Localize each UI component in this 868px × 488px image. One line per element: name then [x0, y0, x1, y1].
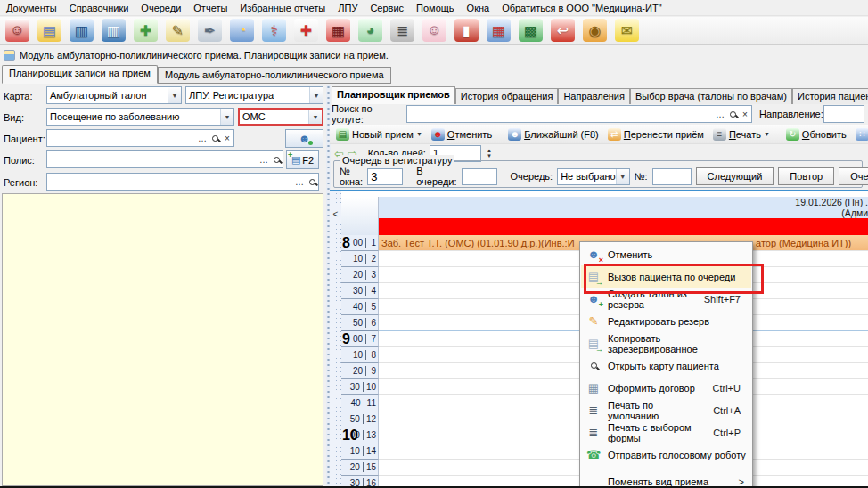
new-talon-icon[interactable]: ▤ [37, 19, 61, 42]
ellipsis-button[interactable]: … [714, 107, 726, 121]
search-icon[interactable] [270, 152, 283, 167]
menu-item-print-default[interactable]: ≣ Печать по умолчанию Ctrl+A [581, 399, 751, 421]
region-field[interactable]: … [46, 173, 319, 191]
service-search-field[interactable]: … × [406, 105, 752, 123]
lab-tests-icon[interactable]: ✚ [134, 19, 158, 42]
menu-item-change-visit-type[interactable]: Поменять вид приема > [581, 470, 751, 488]
nearest-slot-button[interactable]: ☻ Ближайший (F8) [504, 126, 602, 142]
lpu-select[interactable]: ЛПУ. Регистратура ▼ [185, 86, 323, 104]
chevron-down-icon[interactable]: ▼ [168, 87, 181, 103]
menu-service[interactable]: Сервис [364, 0, 410, 16]
policy-input[interactable] [47, 152, 258, 167]
tab-scheduler[interactable]: Планировщик записи на прием [2, 65, 158, 84]
time-cell-0810[interactable]: 102 [341, 251, 379, 267]
tab-visit-history[interactable]: История обращения [455, 88, 559, 104]
tab-referrals[interactable]: Направления [558, 88, 630, 104]
menu-item-edit-reserve[interactable]: ✎ Редактировать резерв [581, 310, 751, 332]
ticket-number-input[interactable] [652, 168, 692, 185]
time-cell-0910[interactable]: 108 [341, 347, 379, 363]
patient-card-icon[interactable]: ▥ [70, 19, 94, 42]
tab-appointment-scheduler[interactable]: Планировщик приемов [332, 86, 455, 104]
nurse-icon[interactable]: ☺ [422, 19, 446, 42]
calendar-clock-icon[interactable]: ▦ [487, 19, 511, 42]
print-button[interactable]: ≡ Печать ▼ [709, 126, 774, 142]
time-cell-1000[interactable]: 100013 [341, 427, 379, 443]
new-appointment-button[interactable]: ▤ Новый прием ▼ [332, 126, 426, 142]
menu-item-send-voice-robot[interactable]: ☎ Отправить голосовому роботу [581, 443, 751, 466]
time-cell-0850[interactable]: 506 [341, 315, 379, 331]
secure-card-icon[interactable]: ▩ [519, 19, 543, 42]
lock-icon[interactable]: ◉ [583, 19, 607, 42]
ellipsis-button[interactable]: … [293, 175, 306, 189]
time-cell-0930[interactable]: 3010 [341, 379, 379, 395]
menu-item-cancel[interactable]: ☻× Отменить [581, 243, 751, 265]
ellipsis-button[interactable]: … [258, 152, 270, 167]
menu-contact-vendor[interactable]: Обратиться в ООО "Медицина-ИТ" [495, 0, 667, 16]
patient-input[interactable] [47, 131, 196, 145]
service-search-input[interactable] [407, 107, 714, 121]
clear-icon[interactable]: × [221, 131, 233, 145]
chevron-down-icon[interactable]: ▼ [309, 87, 323, 103]
queue-select[interactable]: Не выбрано ▼ [557, 168, 630, 185]
days-count-stepper[interactable]: ▲ ▼ [487, 148, 492, 159]
exit-icon[interactable]: ↩ [551, 19, 575, 42]
tab-patient-history-all-mo[interactable]: История пациента по всем МО [792, 88, 868, 104]
menu-favorite-reports[interactable]: Избранные отчеты [233, 0, 332, 16]
menu-item-copy-reserved[interactable]: ▤→ Копировать зарезервированное [581, 332, 751, 354]
next-patient-button[interactable]: Следующий [696, 167, 774, 185]
menu-item-open-patient-card[interactable]: Открыть карту пациента [581, 354, 751, 377]
barcode-scanner-icon[interactable]: ≣ [390, 19, 414, 42]
notes-icon[interactable]: ✎ [166, 19, 190, 42]
pharmacy-icon[interactable]: ⚕ [262, 19, 286, 42]
patient-search-icon[interactable]: ▥ [102, 19, 126, 42]
inhalation-icon[interactable]: ◕ [358, 19, 382, 42]
ellipsis-button[interactable]: … [196, 131, 209, 145]
schedule-folder-icon[interactable]: ◔ [230, 19, 254, 42]
policy-field[interactable]: … [46, 150, 283, 168]
payment-type-select[interactable]: ОМС ▼ [238, 108, 323, 126]
time-cell-0800[interactable]: 8001 [341, 235, 379, 251]
time-cell-0950[interactable]: 5012 [341, 411, 379, 427]
tab-doctor-selection[interactable]: Выбор врача (талоны по врачам) [630, 88, 792, 104]
region-input[interactable] [47, 175, 293, 189]
menu-references[interactable]: Справочники [63, 0, 135, 16]
menu-help[interactable]: Помощь [410, 0, 461, 16]
menu-item-print-choose-form[interactable]: ≣ Печать с выбором формы Ctrl+P [581, 421, 751, 443]
chevron-down-icon[interactable]: ▼ [616, 169, 629, 184]
receptionist-icon[interactable]: ☺ [5, 19, 29, 42]
phonebook-icon[interactable]: ▮ [454, 19, 479, 42]
time-cell-0920[interactable]: 209 [341, 363, 379, 379]
day-column-header[interactable]: 19.01.2026 (Пн) . (Адми [379, 197, 868, 218]
chevron-down-icon[interactable]: ▼ [220, 109, 233, 125]
vaccination-icon[interactable]: ✒ [198, 19, 222, 42]
search-icon[interactable] [726, 107, 739, 121]
menu-queues[interactable]: Очереди [135, 0, 187, 16]
refresh-button[interactable]: ↻ Обновить [782, 126, 850, 142]
window-number-input[interactable] [367, 168, 403, 185]
policy-f2-button[interactable]: ▤ F2 [286, 150, 319, 169]
time-cell-0900[interactable]: 9007 [341, 331, 379, 347]
time-cell-1020[interactable]: 2015 [341, 460, 379, 476]
clear-icon[interactable]: × [739, 107, 751, 121]
card-type-select[interactable]: Амбулаторный талон ▼ [46, 86, 182, 104]
med-card-icon[interactable]: ✚ [294, 19, 318, 42]
menu-item-make-contract[interactable]: ▦ Оформить договор Ctrl+U [581, 377, 751, 399]
repeat-call-button[interactable]: Повтор [778, 167, 834, 185]
menu-windows[interactable]: Окна [461, 0, 496, 16]
queue-button[interactable]: Очередь [839, 167, 868, 185]
time-cell-0840[interactable]: 405 [341, 299, 379, 315]
menu-lpu[interactable]: ЛПУ [332, 0, 364, 16]
move-appointment-button[interactable]: ⇄ Перенести приём [604, 126, 708, 142]
time-cell-1010[interactable]: 1014 [341, 443, 379, 460]
direction-input[interactable] [824, 107, 864, 121]
menu-documents[interactable]: Документы [0, 0, 63, 16]
time-cell-0940[interactable]: 4011 [341, 395, 379, 411]
in-queue-input[interactable] [462, 168, 497, 185]
time-cell-0820[interactable]: 203 [341, 267, 379, 283]
chat-icon[interactable]: ✉ [615, 19, 639, 42]
collapse-left-button[interactable]: < [330, 206, 341, 222]
time-cell-0830[interactable]: 304 [341, 283, 379, 299]
open-button[interactable]: ∷ Открыть ▼ [852, 126, 868, 142]
spin-down-icon[interactable]: ▼ [487, 153, 492, 159]
services-basket-icon[interactable]: ▦ [326, 19, 350, 42]
